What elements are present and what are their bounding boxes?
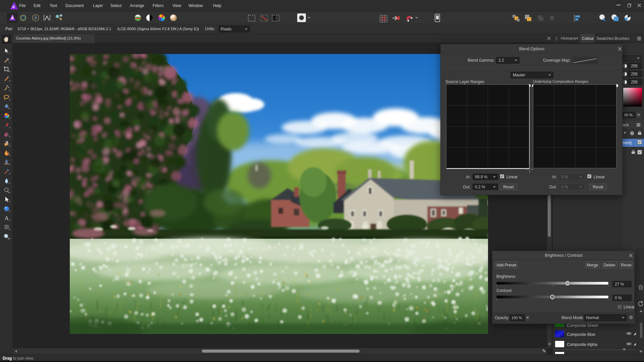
svg-text:A: A (5, 215, 9, 221)
